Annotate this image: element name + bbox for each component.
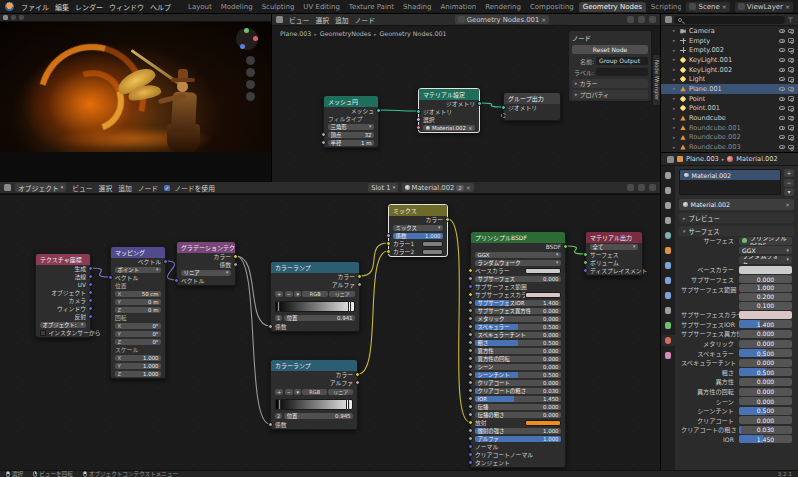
hide-in-viewport-icon[interactable]	[779, 135, 785, 139]
properties-tab-object-data[interactable]	[662, 320, 675, 331]
socket[interactable]	[445, 217, 450, 222]
properties-tab-physics[interactable]	[662, 290, 675, 301]
number-field[interactable]: アルファ1.000	[475, 436, 561, 443]
close-icon[interactable]: ×	[785, 201, 790, 208]
number-slider[interactable]: 0.000	[739, 330, 792, 338]
socket[interactable]	[468, 276, 473, 281]
socket[interactable]	[88, 314, 93, 319]
menu-item[interactable]: ファイル	[19, 2, 51, 12]
workspace-tab-scripting[interactable]: Scripting	[647, 2, 682, 12]
menu-item[interactable]: ビュー	[70, 183, 94, 193]
number-field[interactable]: サブサーフェス0.000	[475, 276, 561, 283]
name-field[interactable]: Group Output	[596, 57, 648, 65]
outliner-row[interactable]: ▸KeyLight.001	[661, 55, 798, 65]
workspace-tab-geometry-nodes[interactable]: Geometry Nodes	[579, 2, 646, 12]
pin-icon[interactable]	[627, 184, 634, 191]
hide-in-viewport-icon[interactable]	[779, 145, 785, 149]
overlay-toggle-icon[interactable]	[649, 16, 656, 23]
color-mode-dropdown[interactable]: RGB	[302, 291, 328, 298]
number-field[interactable]: 異方性の回転0.000	[475, 356, 561, 363]
outliner-row[interactable]: ▸Empty	[661, 36, 798, 46]
editor-type-icon[interactable]	[276, 16, 283, 23]
panel-カラー[interactable]: ▸カラー	[572, 79, 648, 88]
expand-icon[interactable]: ▸	[673, 38, 679, 43]
disable-in-renders-icon[interactable]	[788, 145, 794, 150]
properties-tab-particles[interactable]	[662, 275, 675, 286]
outliner-row[interactable]: ▸Roundcube.003	[661, 142, 798, 152]
ramp-handle[interactable]	[278, 399, 281, 410]
number-slider[interactable]: 0.000	[739, 416, 792, 424]
properties-tab-world[interactable]	[662, 230, 675, 241]
number-field[interactable]: 伝播の粗さ0.000	[475, 412, 561, 419]
number-field[interactable]: 異方性0.000	[475, 348, 561, 355]
number-slider[interactable]: 1.400	[739, 320, 792, 328]
outliner-row[interactable]: ▸Point.001	[661, 104, 798, 114]
number-slider[interactable]: 0.000	[739, 275, 792, 283]
node-header[interactable]: カラーランプ	[271, 262, 359, 273]
socket[interactable]	[583, 252, 588, 257]
socket[interactable]	[416, 117, 421, 122]
use-nodes-checkbox[interactable]: ✓	[164, 185, 170, 191]
axis-z-icon[interactable]	[240, 44, 245, 49]
breadcrumb-item[interactable]: GeometryNodes	[320, 30, 371, 37]
properties-tab-object[interactable]	[662, 245, 675, 256]
panel-surface[interactable]: ▾ サーフェス	[679, 226, 794, 236]
number-field[interactable]: シーン0.000	[475, 364, 561, 371]
close-icon[interactable]: ×	[541, 16, 546, 23]
socket[interactable]	[468, 364, 473, 369]
color-swatch[interactable]	[422, 241, 443, 248]
socket[interactable]	[468, 324, 473, 329]
camera-view-icon[interactable]	[246, 80, 255, 89]
node-gradient-texture[interactable]: グラデーションテクスチャカラー係数リニア▾ベクトル	[176, 241, 236, 286]
properties-tab-render[interactable]	[662, 170, 675, 181]
viewport-overlays-icon[interactable]	[19, 15, 24, 20]
shader-type-dropdown[interactable]: オブジェクト ▾	[15, 183, 66, 192]
socket[interactable]	[468, 372, 473, 377]
outliner-row[interactable]: ▸Light	[661, 74, 798, 84]
menu-item[interactable]: 選択	[97, 183, 115, 193]
reset-node-button[interactable]: Reset Node	[572, 45, 648, 54]
expand-icon[interactable]: ▸	[673, 57, 679, 62]
node-header[interactable]: マッピング	[111, 247, 165, 258]
number-field[interactable]: スペキュラー0.500	[475, 324, 561, 331]
position-field[interactable]: 位置0.941	[284, 315, 355, 322]
close-icon[interactable]: ×	[722, 3, 727, 10]
ramp-handle[interactable]	[348, 301, 351, 312]
disable-in-renders-icon[interactable]	[788, 125, 794, 130]
node-mesh-circle[interactable]: メッシュ円メッシュフィルタイプ三角形▾頂点32半径1 m	[323, 95, 379, 148]
socket[interactable]	[468, 308, 473, 313]
disable-in-renders-icon[interactable]	[788, 135, 794, 140]
menu-item[interactable]: ビュー	[287, 15, 311, 25]
dropdown[interactable]: ランダムウォーク▾	[475, 260, 561, 267]
add-stop-icon[interactable]: +	[275, 389, 283, 396]
expand-icon[interactable]: ▸	[673, 28, 679, 33]
disable-in-renders-icon[interactable]	[788, 48, 794, 53]
add-stop-icon[interactable]: +	[275, 291, 283, 298]
workspace-tab-texture-paint[interactable]: Texture Paint	[345, 2, 398, 12]
socket[interactable]	[468, 460, 473, 465]
dropdown[interactable]: GGX▾	[739, 246, 792, 254]
node-texture-coordinate[interactable]: テクスチャ座標生成法線UVオブジェクトカメラウィンドウ反射オブジェクト:▾インス…	[35, 253, 91, 338]
workspace-tab-rendering[interactable]: Rendering	[481, 2, 525, 12]
menu-item[interactable]: ノード	[136, 183, 160, 193]
number-field[interactable]: 係数1.000	[393, 233, 443, 240]
disable-in-renders-icon[interactable]	[788, 87, 794, 92]
socket[interactable]	[416, 109, 421, 114]
number-slider[interactable]: 0.500	[739, 368, 792, 376]
number-field[interactable]: クリアコート0.000	[475, 380, 561, 387]
workspace-tab-modeling[interactable]: Modeling	[217, 2, 257, 12]
socket[interactable]	[468, 396, 473, 401]
slot-list[interactable]: Material.002	[679, 169, 781, 195]
socket[interactable]	[386, 249, 391, 254]
dropdown[interactable]: ポイント▾	[115, 267, 161, 274]
remove-slot-button[interactable]: −	[784, 179, 794, 187]
outliner-row[interactable]: ▸KeyLight.002	[661, 65, 798, 75]
menu-item[interactable]: レンダー	[73, 2, 105, 12]
ramp-options-icon[interactable]: ▾	[294, 389, 301, 396]
axis-y-icon[interactable]	[244, 28, 249, 33]
socket[interactable]	[386, 241, 391, 246]
node-material-output[interactable]: マテリアル出力全て▾サーフェスボリュームディスプレイスメント	[585, 231, 643, 276]
properties-tab-modifiers[interactable]	[662, 260, 675, 271]
editor-type-icon[interactable]	[3, 15, 8, 20]
number-field[interactable]: X50 cm	[115, 291, 161, 298]
